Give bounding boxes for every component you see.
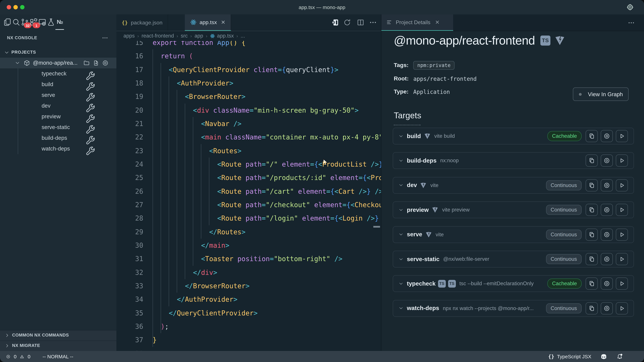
chevron-down-icon[interactable] (398, 306, 404, 311)
chevron-down-icon[interactable] (398, 257, 404, 262)
tree-item-label: dev (42, 103, 50, 109)
target-executor: vite (436, 231, 444, 238)
project-row-selected[interactable]: @mono-app/rea... (0, 58, 116, 68)
copy-icon-button[interactable] (586, 302, 598, 314)
chevron-down-icon[interactable] (398, 232, 404, 237)
line-number: 35 (116, 306, 143, 320)
target-card-build-deps[interactable]: build-depsnx:noop (393, 152, 634, 169)
view-graph-icon-button[interactable] (601, 179, 613, 191)
folder-icon[interactable] (83, 60, 90, 66)
chevron-down-icon[interactable] (398, 134, 404, 139)
line-number: 28 (116, 212, 143, 225)
breadcrumb-item[interactable]: app (194, 33, 203, 39)
sidebar-section-common-nx-commands[interactable]: COMMON NX COMMANDS (0, 330, 116, 341)
nx-console-icon[interactable]: N≥ (55, 18, 64, 26)
remote-explorer-icon[interactable] (38, 18, 46, 26)
tab-app.tsx[interactable]: app.tsx✕ (185, 14, 231, 31)
copy-icon-button[interactable] (586, 155, 598, 167)
tree-item-serve-static[interactable]: serve-static (0, 122, 116, 133)
explorer-icon[interactable] (3, 18, 12, 26)
breadcrumb-item[interactable]: src (181, 33, 188, 39)
chevron-down-icon[interactable] (398, 207, 404, 212)
copilot-icon[interactable] (600, 353, 608, 360)
chevron-down-icon[interactable] (398, 281, 404, 286)
gear-icon[interactable] (626, 3, 634, 11)
refresh-icon[interactable] (343, 18, 351, 26)
warnings-icon[interactable] (20, 354, 26, 360)
sidebar-more-actions-icon[interactable] (102, 34, 108, 41)
view-graph-icon-button[interactable] (601, 204, 613, 216)
chevron-down-icon[interactable] (398, 158, 404, 163)
errors-icon[interactable] (6, 354, 12, 360)
open-config-icon[interactable] (92, 60, 99, 66)
tree-item-serve[interactable]: serve (0, 90, 116, 100)
breadcrumb[interactable]: apps›react-frontend›src›app›app.tsx›... (116, 31, 388, 41)
tree-item-preview[interactable]: preview (0, 111, 116, 122)
projects-section-header[interactable]: PROJECTS (0, 49, 116, 57)
run-target-icon-button[interactable] (616, 278, 628, 290)
notifications-bell-icon[interactable] (616, 353, 623, 360)
target-card-serve-static[interactable]: serve-static@nx/web:file-serverContinuou… (393, 251, 634, 268)
run-target-icon-button[interactable] (616, 204, 628, 216)
split-editor-icon[interactable] (356, 18, 364, 26)
run-target-icon-button[interactable] (616, 179, 628, 191)
vite-icon (554, 35, 565, 46)
title-bar: app.tsx — mono-app (0, 0, 644, 14)
line-number: 25 (116, 171, 143, 185)
run-target-icon-button[interactable] (616, 302, 628, 314)
view-graph-icon-button[interactable] (601, 278, 613, 290)
breadcrumb-separator: › (190, 33, 192, 38)
tree-item-typecheck[interactable]: typecheck (0, 68, 116, 79)
line-number: 23 (116, 144, 143, 158)
tab-label: package.json (131, 19, 162, 26)
copy-icon-button[interactable] (586, 228, 598, 241)
tree-item-build[interactable]: build (0, 79, 116, 90)
view-graph-icon[interactable] (102, 60, 109, 66)
target-card-typecheck[interactable]: typecheckTSTStsc --build --emitDeclarati… (393, 275, 634, 292)
breadcrumb-item[interactable]: app.tsx (210, 33, 234, 39)
tab-package.json[interactable]: {}package.json (116, 14, 168, 31)
breadcrumb-item[interactable]: react-frontend (142, 33, 174, 39)
tree-item-watch-deps[interactable]: watch-deps (0, 143, 116, 154)
view-graph-icon-button[interactable] (601, 155, 613, 167)
warnings-count[interactable]: 0 (28, 354, 30, 359)
source-control-icon[interactable]: 32 (20, 18, 29, 26)
close-icon[interactable]: ✕ (435, 19, 440, 25)
target-card-dev[interactable]: devviteContinuous (393, 177, 634, 194)
run-target-icon-button[interactable] (616, 155, 628, 167)
tab-project-details[interactable]: Project Details ✕ (381, 14, 453, 31)
breadcrumb-item[interactable]: ... (241, 33, 245, 39)
target-card-build[interactable]: buildvite buildCacheable (393, 128, 634, 144)
copy-icon-button[interactable] (586, 130, 598, 142)
tree-item-dev[interactable]: dev (0, 100, 116, 111)
view-graph-icon-button[interactable] (601, 302, 613, 314)
code-editor[interactable]: 15export function App() {16 return (17 <… (116, 41, 381, 351)
errors-count[interactable]: 0 (14, 354, 16, 359)
testing-icon[interactable] (46, 18, 55, 26)
target-card-preview[interactable]: previewvite previewContinuous (393, 201, 634, 218)
open-project-details-icon[interactable] (331, 18, 339, 26)
view-in-graph-button[interactable]: View In Graph (573, 87, 628, 101)
language-indicator[interactable]: {} TypeScript JSX (548, 354, 591, 360)
run-target-icon-button[interactable] (616, 228, 628, 241)
sidebar-section-nx-migrate[interactable]: NX MIGRATE (0, 341, 116, 351)
run-target-icon-button[interactable] (616, 253, 628, 265)
run-target-icon-button[interactable] (616, 130, 628, 142)
close-icon[interactable]: ✕ (221, 19, 226, 25)
copy-icon-button[interactable] (586, 204, 598, 216)
tree-item-build-deps[interactable]: build-deps (0, 133, 116, 143)
view-graph-icon-button[interactable] (601, 228, 613, 241)
search-icon[interactable] (12, 18, 20, 26)
copy-icon-button[interactable] (586, 253, 598, 265)
view-graph-icon-button[interactable] (601, 130, 613, 142)
more-actions-icon[interactable] (369, 18, 377, 26)
breadcrumb-item[interactable]: apps (124, 33, 135, 39)
copy-icon-button[interactable] (586, 179, 598, 191)
view-graph-icon-button[interactable] (601, 253, 613, 265)
target-card-serve[interactable]: serveviteContinuous (393, 226, 634, 243)
target-card-watch-deps[interactable]: watch-depsnpx nx watch --projects @mono-… (393, 300, 634, 317)
copy-icon-button[interactable] (586, 278, 598, 290)
panel-more-actions-icon[interactable] (628, 19, 635, 26)
extensions-icon[interactable]: 1 (29, 18, 38, 26)
chevron-down-icon[interactable] (398, 183, 404, 188)
